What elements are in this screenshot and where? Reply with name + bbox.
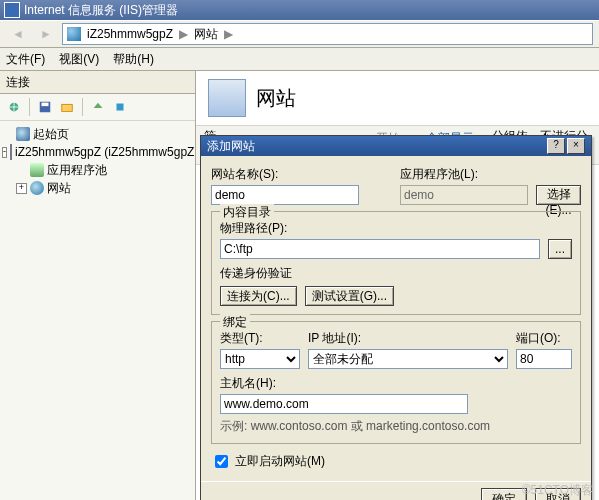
tree-expand-icon[interactable]: +	[16, 183, 27, 194]
type-label: 类型(T):	[220, 330, 300, 347]
ip-select[interactable]: 全部未分配	[308, 349, 508, 369]
toolbar-sep	[82, 98, 83, 116]
app-title: Internet 信息服务 (IIS)管理器	[24, 2, 178, 19]
binding-caption: 绑定	[220, 314, 250, 331]
tree-collapse-icon[interactable]: -	[2, 147, 7, 158]
physical-path-input[interactable]	[220, 239, 540, 259]
content-dir-group: 内容目录 物理路径(P): ... 传递身份验证 连接为(C)... 测试设置(…	[211, 211, 581, 315]
address-bar[interactable]: iZ25hmmw5gpZ ▶ 网站 ▶	[62, 23, 593, 45]
nav-bar: ◄ ► iZ25hmmw5gpZ ▶ 网站 ▶	[0, 20, 599, 48]
select-pool-button[interactable]: 选择(E)...	[536, 185, 581, 205]
dialog-title: 添加网站	[207, 138, 255, 155]
site-name-input[interactable]	[211, 185, 359, 205]
hostname-example: 示例: www.contoso.com 或 marketing.contoso.…	[220, 418, 572, 435]
app-pool-input	[400, 185, 528, 205]
crumb-sites[interactable]: 网站	[194, 26, 218, 43]
connect-as-button[interactable]: 连接为(C)...	[220, 286, 297, 306]
stop-icon[interactable]	[110, 97, 130, 117]
dialog-close-button[interactable]: ×	[567, 138, 585, 154]
sites-icon	[30, 181, 44, 195]
up-icon[interactable]	[88, 97, 108, 117]
svg-rect-4	[117, 104, 124, 111]
hostname-input[interactable]	[220, 394, 468, 414]
svg-rect-2	[42, 103, 49, 107]
content-title: 网站	[256, 85, 296, 112]
connections-header: 连接	[0, 71, 195, 94]
ok-button[interactable]: 确定	[481, 488, 527, 500]
autostart-checkbox[interactable]: 立即启动网站(M)	[211, 452, 581, 471]
tree-server[interactable]: - iZ25hmmw5gpZ (iZ25hmmw5gpZ	[2, 143, 193, 161]
connections-tree: 起始页 - iZ25hmmw5gpZ (iZ25hmmw5gpZ 应用程序池 +…	[0, 121, 195, 201]
content-panel: 网站 筛选: ▾ 🔎 开始(G) ▾ 全部显示(A) | 分组依据: 不进行分组…	[196, 71, 599, 500]
nav-back-button[interactable]: ◄	[6, 22, 30, 46]
tree-start-page[interactable]: 起始页	[2, 125, 193, 143]
passthrough-auth-label: 传递身份验证	[220, 265, 572, 282]
test-settings-button[interactable]: 测试设置(G)...	[305, 286, 394, 306]
connections-panel: 连接 起始页 - iZ25hmmw5gpZ (iZ25hmmw5gpZ	[0, 71, 196, 500]
browse-path-button[interactable]: ...	[548, 239, 572, 259]
svg-rect-3	[62, 104, 73, 111]
connect-icon[interactable]	[4, 97, 24, 117]
app-icon	[4, 2, 20, 18]
browse-icon[interactable]	[57, 97, 77, 117]
crumb-sep-icon: ▶	[179, 27, 188, 41]
content-header: 网站	[196, 71, 599, 125]
save-icon[interactable]	[35, 97, 55, 117]
start-page-icon	[16, 127, 30, 141]
port-input[interactable]	[516, 349, 572, 369]
server-icon	[10, 144, 12, 160]
app-pool-label: 应用程序池(L):	[400, 166, 581, 183]
app-title-bar: Internet 信息服务 (IIS)管理器	[0, 0, 599, 20]
tree-sites[interactable]: + 网站	[2, 179, 193, 197]
menu-view[interactable]: 视图(V)	[59, 51, 99, 68]
globe-icon	[67, 27, 81, 41]
dialog-title-bar[interactable]: 添加网站 ? ×	[201, 136, 591, 156]
sites-large-icon	[208, 79, 246, 117]
content-dir-caption: 内容目录	[220, 204, 274, 221]
hostname-label: 主机名(H):	[220, 375, 572, 392]
menu-file[interactable]: 文件(F)	[6, 51, 45, 68]
toolbar-sep	[29, 98, 30, 116]
type-select[interactable]: http	[220, 349, 300, 369]
nav-forward-button[interactable]: ►	[34, 22, 58, 46]
menu-bar: 文件(F) 视图(V) 帮助(H)	[0, 48, 599, 71]
dialog-help-button[interactable]: ?	[547, 138, 565, 154]
site-name-label: 网站名称(S):	[211, 166, 392, 183]
add-website-dialog: 添加网站 ? × 网站名称(S): 应用程序池(L):	[200, 135, 592, 500]
connections-toolbar	[0, 94, 195, 121]
tree-app-pools[interactable]: 应用程序池	[2, 161, 193, 179]
crumb-sep-icon: ▶	[224, 27, 233, 41]
watermark: ©51CTO博客	[522, 482, 593, 499]
physical-path-label: 物理路径(P):	[220, 220, 572, 237]
binding-group: 绑定 类型(T): http IP 地址(I): 全部未分配 端口(O):	[211, 321, 581, 444]
ip-label: IP 地址(I):	[308, 330, 508, 347]
autostart-check-input[interactable]	[215, 455, 228, 468]
app-pool-icon	[30, 163, 44, 177]
menu-help[interactable]: 帮助(H)	[113, 51, 154, 68]
crumb-server[interactable]: iZ25hmmw5gpZ	[87, 27, 173, 41]
port-label: 端口(O):	[516, 330, 572, 347]
